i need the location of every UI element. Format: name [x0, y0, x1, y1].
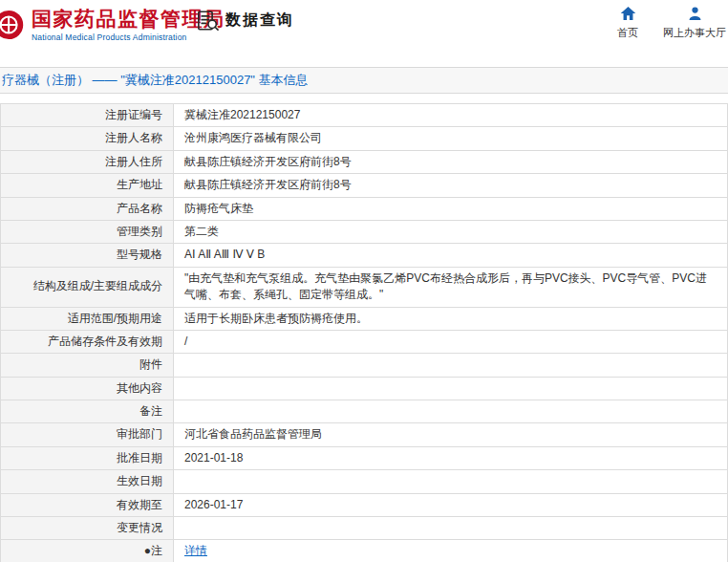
row-value: 冀械注准20212150027 [174, 104, 728, 127]
table-row: 审批部门 河北省食品药品监督管理局 [1, 423, 728, 446]
row-value: 2021-01-18 [174, 446, 728, 469]
row-label: 备注 [1, 400, 174, 423]
table-row: 备注 [1, 400, 728, 423]
table-row: 产品储存条件及有效期 / [1, 330, 728, 353]
row-value: 献县陈庄镇经济开发区府前街8号 [174, 174, 728, 197]
table-row: ●注 详情 [1, 540, 728, 562]
row-label: 有效期至 [1, 493, 174, 516]
table-row: 其他内容 [1, 377, 728, 400]
row-label: 适用范围/预期用途 [1, 307, 174, 330]
data-query-title: 数据查询 [225, 11, 294, 31]
row-label: 生效日期 [1, 470, 174, 493]
table-row: 型号规格 AⅠ AⅡ AⅢ Ⅳ Ⅴ B [1, 244, 728, 267]
row-label: 变更情况 [1, 517, 174, 540]
row-value [174, 377, 728, 400]
row-value: 详情 [174, 540, 728, 562]
person-icon [688, 6, 702, 21]
table-row: 注册证编号 冀械注准20212150027 [1, 104, 728, 127]
row-value [174, 354, 728, 377]
row-value [174, 517, 728, 540]
data-query-icon [197, 11, 219, 31]
table-row: 管理类别 第二类 [1, 220, 728, 243]
breadcrumb: 疗器械（注册） —— "冀械注准20212150027" 基本信息 [0, 67, 728, 94]
nav-home[interactable]: 首页 [617, 6, 638, 40]
registration-info-table: 注册证编号 冀械注准20212150027 注册人名称 沧州康鸿医疗器械有限公司… [0, 103, 728, 562]
nav-service-hall[interactable]: 网上办事大厅 [663, 6, 726, 40]
row-value: 沧州康鸿医疗器械有限公司 [174, 127, 728, 150]
row-value: / [174, 330, 728, 353]
logo-subtitle: National Medical Products Administration [32, 32, 225, 42]
row-label: ●注 [1, 540, 174, 562]
row-label: 生产地址 [1, 174, 174, 197]
nmpa-logo: 国家药品监督管理局 National Medical Products Admi… [0, 5, 225, 45]
table-row: 产品名称 防褥疮气床垫 [1, 197, 728, 220]
table-row: 批准日期 2021-01-18 [1, 446, 728, 469]
row-value: 河北省食品药品监督管理局 [174, 423, 728, 446]
row-label: 其他内容 [1, 377, 174, 400]
home-icon [620, 6, 636, 21]
table-row: 附件 [1, 354, 728, 377]
top-nav: 首页 网上办事大厅 [617, 6, 726, 40]
row-value: AⅠ AⅡ AⅢ Ⅳ Ⅴ B [174, 244, 728, 267]
nmpa-emblem-icon [0, 5, 27, 45]
row-label: 结构及组成/主要组成成分 [1, 267, 174, 307]
row-value: 适用于长期卧床患者预防褥疮使用。 [174, 307, 728, 330]
row-label: 审批部门 [1, 423, 174, 446]
table-row: 变更情况 [1, 517, 728, 540]
row-value: 2026-01-17 [174, 493, 728, 516]
row-value: 防褥疮气床垫 [174, 197, 728, 220]
table-row: 生效日期 [1, 470, 728, 493]
nav-home-label: 首页 [617, 26, 638, 40]
row-label: 注册人住所 [1, 150, 174, 173]
row-label: 产品名称 [1, 197, 174, 220]
nav-service-hall-label: 网上办事大厅 [663, 26, 726, 40]
table-row: 注册人名称 沧州康鸿医疗器械有限公司 [1, 127, 728, 150]
table-row: 生产地址 献县陈庄镇经济开发区府前街8号 [1, 174, 728, 197]
row-value: 第二类 [174, 220, 728, 243]
row-label: 管理类别 [1, 220, 174, 243]
row-value [174, 400, 728, 423]
row-label: 注册证编号 [1, 104, 174, 127]
table-row: 适用范围/预期用途 适用于长期卧床患者预防褥疮使用。 [1, 307, 728, 330]
table-row: 有效期至 2026-01-17 [1, 493, 728, 516]
table-row: 注册人住所 献县陈庄镇经济开发区府前街8号 [1, 150, 728, 173]
row-value: 献县陈庄镇经济开发区府前街8号 [174, 150, 728, 173]
row-value: "由充气垫和充气泵组成。充气垫由聚氯乙烯PVC布经热合成形后，再与PVC接头、P… [174, 267, 728, 307]
detail-link[interactable]: 详情 [184, 544, 207, 557]
row-label: 附件 [1, 354, 174, 377]
row-value [174, 470, 728, 493]
row-label: 注册人名称 [1, 127, 174, 150]
data-query-section: 数据查询 [197, 11, 294, 31]
row-label: 批准日期 [1, 446, 174, 469]
header: 国家药品监督管理局 National Medical Products Admi… [0, 0, 728, 61]
row-label: 产品储存条件及有效期 [1, 330, 174, 353]
table-row: 结构及组成/主要组成成分 "由充气垫和充气泵组成。充气垫由聚氯乙烯PVC布经热合… [1, 267, 728, 307]
row-label: 型号规格 [1, 244, 174, 267]
